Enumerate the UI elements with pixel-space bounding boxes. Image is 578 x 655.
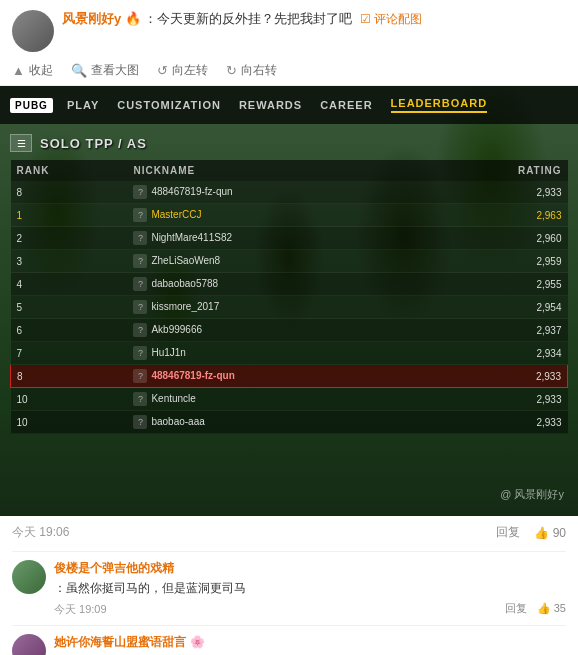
cell-nickname: ?dabaobao5788 <box>127 273 422 296</box>
nickname-text: dabaobao5788 <box>151 278 218 289</box>
view-large-button[interactable]: 🔍 查看大图 <box>71 62 139 79</box>
nickname-text: baobao-aaa <box>151 416 204 427</box>
cell-nickname: ?ZheLiSaoWen8 <box>127 250 422 273</box>
table-row: 1?MasterCCJ2,963 <box>11 204 568 227</box>
rotate-left-icon: ↺ <box>157 63 168 78</box>
comment-username-1[interactable]: 俊楼是个弹吉他的戏精 <box>54 561 174 575</box>
cell-rating: 2,933 <box>423 388 568 411</box>
col-rank: RANK <box>11 160 128 181</box>
like-count: 90 <box>553 526 566 540</box>
cell-nickname: ?Akb999666 <box>127 319 422 342</box>
table-row: 3?ZheLiSaoWen82,959 <box>11 250 568 273</box>
cell-rank: 2 <box>11 227 128 250</box>
table-row: 7?Hu1J1n2,934 <box>11 342 568 365</box>
comment-like-count-1: 35 <box>554 602 566 614</box>
like-button[interactable]: 👍 90 <box>534 526 566 540</box>
cell-rating: 2,955 <box>423 273 568 296</box>
cell-rating: 2,934 <box>423 342 568 365</box>
cell-rank: 7 <box>11 342 128 365</box>
zoom-icon: 🔍 <box>71 63 87 78</box>
cell-rank: 10 <box>11 411 128 434</box>
comment-username-2[interactable]: 她许你海誓山盟蜜语甜言 <box>54 635 186 649</box>
comment-avatar-1 <box>12 560 46 594</box>
cell-nickname: ?488467819-fz-qun <box>127 181 422 204</box>
game-nav: PUBG PLAY CUSTOMIZATION REWARDS CAREER L… <box>0 86 578 124</box>
question-icon: ? <box>133 415 147 429</box>
comment-item: 俊楼是个弹吉他的戏精 ：虽然你挺司马的，但是蓝洞更司马 今天 19:09 回复 … <box>12 551 566 625</box>
comment-emoji-2: 🌸 <box>190 635 205 649</box>
cell-nickname: ?Hu1J1n <box>127 342 422 365</box>
question-icon: ? <box>133 369 147 383</box>
thumbs-up-icon-1: 👍 <box>537 602 551 615</box>
table-row: 10?baobao-aaa2,933 <box>11 411 568 434</box>
nav-rewards[interactable]: REWARDS <box>239 99 302 111</box>
post-text: ：今天更新的反外挂？先把我封了吧 <box>144 11 352 26</box>
table-row: 5?kissmore_20172,954 <box>11 296 568 319</box>
nickname-text: Kentuncle <box>151 393 195 404</box>
collect-button[interactable]: ▲ 收起 <box>12 62 53 79</box>
weibo-watermark: @ 风景刚好y <box>500 487 564 502</box>
question-icon: ? <box>133 208 147 222</box>
post-username[interactable]: 风景刚好y <box>62 11 121 26</box>
cell-rating: 2,963 <box>423 204 568 227</box>
cell-nickname: ?Kentuncle <box>127 388 422 411</box>
cell-nickname: ?NightMare411S82 <box>127 227 422 250</box>
post-meta: 风景刚好y 🔥 ：今天更新的反外挂？先把我封了吧 ☑ 评论配图 <box>62 10 566 28</box>
cell-rating: 2,954 <box>423 296 568 319</box>
nav-career[interactable]: CAREER <box>320 99 372 111</box>
collect-icon: ▲ <box>12 63 25 78</box>
comment-avatar-2 <box>12 634 46 655</box>
cell-rating: 2,933 <box>423 181 568 204</box>
cell-rating: 2,959 <box>423 250 568 273</box>
avatar <box>12 10 54 52</box>
nickname-text: 488467819-fz-qun <box>151 370 234 381</box>
nickname-text: 488467819-fz-qun <box>151 186 232 197</box>
cell-rank: 5 <box>11 296 128 319</box>
comment-like-1[interactable]: 👍 35 <box>537 602 566 615</box>
question-icon: ? <box>133 254 147 268</box>
col-rating: RATING <box>423 160 568 181</box>
nickname-text: ZheLiSaoWen8 <box>151 255 220 266</box>
question-icon: ? <box>133 277 147 291</box>
nickname-text: MasterCCJ <box>151 209 201 220</box>
mode-icon-symbol: ☰ <box>17 138 26 149</box>
rotate-right-button[interactable]: ↻ 向右转 <box>226 62 277 79</box>
rotate-left-button[interactable]: ↺ 向左转 <box>157 62 208 79</box>
nav-leaderboard[interactable]: LEADERBOARD <box>391 97 488 113</box>
cell-rating: 2,937 <box>423 319 568 342</box>
cell-rating: 2,933 <box>423 411 568 434</box>
nav-customization[interactable]: CUSTOMIZATION <box>117 99 221 111</box>
post-actions-right: 回复 👍 90 <box>496 524 566 541</box>
comment-reply-1[interactable]: 回复 <box>505 601 527 616</box>
table-row: 4?dabaobao57882,955 <box>11 273 568 296</box>
rotate-right-label: 向右转 <box>241 62 277 79</box>
question-icon: ? <box>133 323 147 337</box>
cell-rank: 1 <box>11 204 128 227</box>
col-nickname: NICKNAME <box>127 160 422 181</box>
reply-button[interactable]: 回复 <box>496 524 520 541</box>
table-row: 8?488467819-fz-qun2,933 <box>11 181 568 204</box>
cell-rank: 4 <box>11 273 128 296</box>
nav-play[interactable]: PLAY <box>67 99 99 111</box>
question-icon: ? <box>133 392 147 406</box>
cell-rank: 6 <box>11 319 128 342</box>
mode-label: SOLO TPP / AS <box>40 136 147 151</box>
post-time: 今天 19:06 <box>12 524 69 541</box>
leaderboard-table: RANK NICKNAME RATING 8?488467819-fz-qun2… <box>10 160 568 434</box>
flame-icon: 🔥 <box>125 11 141 26</box>
game-screenshot: PUBG PLAY CUSTOMIZATION REWARDS CAREER L… <box>0 86 578 516</box>
collect-label: 收起 <box>29 62 53 79</box>
cell-rank: 8 <box>11 365 128 388</box>
table-header-row: RANK NICKNAME RATING <box>11 160 568 181</box>
nickname-text: NightMare411S82 <box>151 232 232 243</box>
cell-rank: 8 <box>11 181 128 204</box>
leaderboard-panel: ☰ SOLO TPP / AS RANK NICKNAME RATING 8?4… <box>10 134 568 506</box>
comment-link[interactable]: ☑ 评论配图 <box>360 12 422 26</box>
cell-nickname: ?488467819-fz-qun <box>127 365 422 388</box>
nav-items: PLAY CUSTOMIZATION REWARDS CAREER LEADER… <box>67 97 568 113</box>
table-row: 6?Akb9996662,937 <box>11 319 568 342</box>
cell-rank: 10 <box>11 388 128 411</box>
table-row: 2?NightMare411S822,960 <box>11 227 568 250</box>
game-screenshot-container: PUBG PLAY CUSTOMIZATION REWARDS CAREER L… <box>0 86 578 516</box>
view-large-label: 查看大图 <box>91 62 139 79</box>
